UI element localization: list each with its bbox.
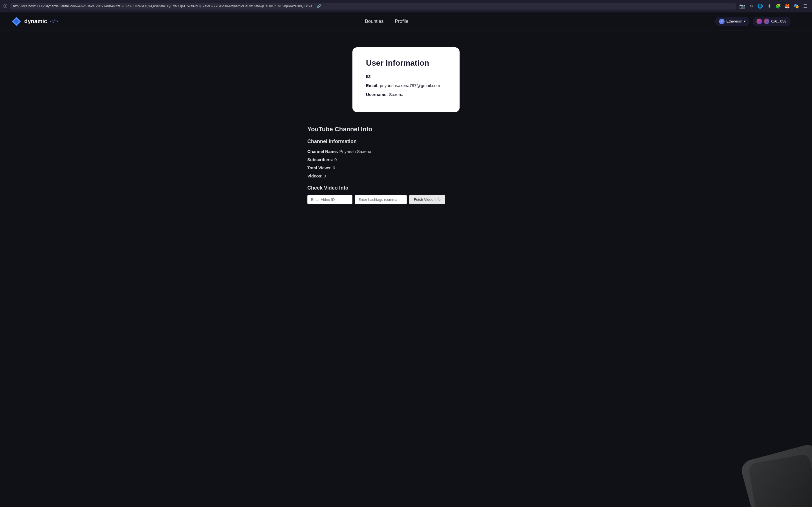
video-id-input[interactable] [307,195,352,204]
globe-icon[interactable]: 🌐 [757,3,763,10]
extensions-icon[interactable]: 🧩 [775,3,781,10]
url-text: http://localhost:3000/?dynamicOauthCode=… [13,4,315,8]
wallet-address: 0x6...058 [771,19,786,23]
total-views-value: 0 [333,165,335,170]
app: dynamic </> Bounties Profile Ξ Ethereum … [0,12,812,507]
user-email-row: Email: priyanshsaxena787@gmail.com [366,82,446,89]
browser-actions: 📷 ✉ 🌐 ⬇ 🧩 🦊 🎭 ☰ [739,3,809,10]
user-id-row: ID: [366,73,446,80]
user-username-value: Saxena [389,92,403,97]
videos-row: Videos: 0 [307,173,505,178]
eth-icon: Ξ [719,18,725,24]
user-email-label: Email: [366,83,378,88]
channel-name-value: Priyansh Saxena [339,149,371,154]
screenshot-icon[interactable]: 📷 [739,3,746,10]
videos-label: Videos: [307,173,322,178]
fetch-video-info-button[interactable]: Fetch Video Info [409,195,445,204]
youtube-section: YouTube Channel Info Channel Information… [307,126,505,204]
check-video-form: Fetch Video Info [307,195,505,204]
main-content: User Information ID: Email: priyanshsaxe… [0,31,812,507]
nav-profile[interactable]: Profile [395,18,409,24]
chevron-down-icon: ▾ [744,19,746,23]
info-icon: ⓘ [3,4,7,9]
logo[interactable]: dynamic </> [11,16,58,26]
logo-code: </> [50,18,58,24]
user-id-label: ID: [366,74,371,78]
subscribers-value: 0 [335,157,337,162]
browser-bar: ⓘ http://localhost:3000/?dynamicOauthCod… [0,0,812,12]
icon1[interactable]: 🦊 [784,3,791,10]
logo-text: dynamic [24,18,47,24]
check-video-title: Check Video Info [307,185,505,191]
videos-value: 0 [324,173,326,178]
wallet-badge[interactable]: 0x6...058 [753,17,790,26]
logo-icon [11,16,21,26]
subscribers-label: Subscribers: [307,157,333,162]
channel-name-row: Channel Name: Priyansh Saxena [307,149,505,154]
ethereum-badge[interactable]: Ξ Ethereum ▾ [715,17,749,26]
total-views-row: Total Views: 0 [307,165,505,170]
link-icon: 🔗 [317,4,321,8]
menu-icon[interactable]: ☰ [802,3,809,10]
wallet-avatar-blue [764,18,769,24]
channel-info-title: Channel Information [307,138,505,145]
total-views-label: Total Views: [307,165,332,170]
nav-bounties[interactable]: Bounties [365,18,384,24]
icon2[interactable]: 🎭 [793,3,800,10]
email-icon[interactable]: ✉ [748,3,755,10]
header: dynamic </> Bounties Profile Ξ Ethereum … [0,12,812,31]
hashtags-input[interactable] [355,195,407,204]
url-bar[interactable]: http://localhost:3000/?dynamicOauthCode=… [10,3,736,10]
channel-name-label: Channel Name: [307,149,338,154]
wallet-avatar-red [756,18,762,24]
header-right: Ξ Ethereum ▾ 0x6...058 ⋮ [715,17,801,26]
download-icon[interactable]: ⬇ [766,3,772,10]
user-email-value: priyanshsaxena787@gmail.com [380,83,440,88]
user-info-title: User Information [366,59,446,68]
user-username-row: Username: Saxena [366,92,446,98]
user-username-label: Username: [366,92,388,97]
more-options-button[interactable]: ⋮ [794,18,801,24]
main-nav: Bounties Profile [365,18,408,24]
youtube-section-title: YouTube Channel Info [307,126,505,133]
user-info-card: User Information ID: Email: priyanshsaxe… [352,47,460,112]
subscribers-row: Subscribers: 0 [307,157,505,162]
ethereum-label: Ethereum [726,19,742,23]
